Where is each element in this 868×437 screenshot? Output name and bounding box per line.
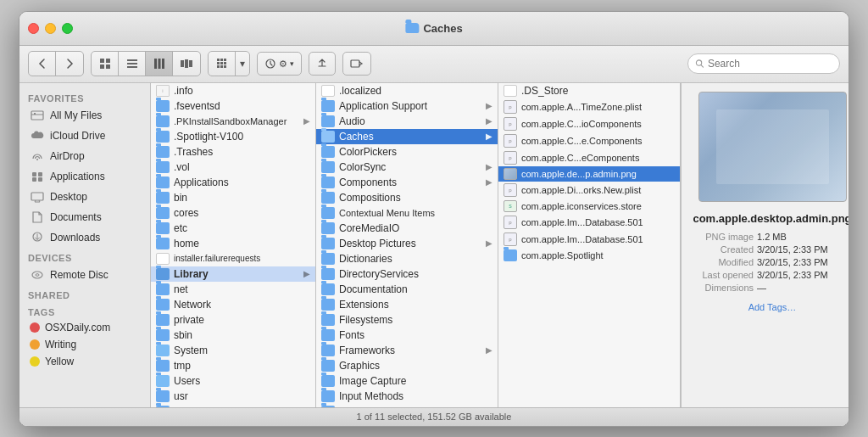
folder-icon	[321, 131, 335, 143]
list-item[interactable]: .Trashes	[151, 144, 315, 160]
window-title-area: Caches	[405, 22, 462, 35]
tag-button[interactable]	[342, 52, 371, 76]
sidebar-item-remote-disc[interactable]: Remote Disc	[23, 265, 147, 285]
maximize-button[interactable]	[62, 23, 73, 34]
list-item[interactable]: sbin	[151, 328, 315, 343]
list-item[interactable]: Input Methods	[316, 389, 498, 404]
svg-rect-21	[224, 65, 226, 68]
list-item[interactable]: p com.apple.C...eComponents	[498, 149, 680, 166]
svg-point-34	[32, 272, 42, 278]
grid-view-button[interactable]	[209, 52, 236, 76]
list-item[interactable]: cores	[151, 205, 315, 221]
list-item[interactable]: p com.apple.Im...Database.501	[498, 231, 680, 248]
devices-label: Devices	[19, 248, 150, 265]
list-item[interactable]: p com.apple.C...ioComponents	[498, 115, 680, 132]
back-button[interactable]	[29, 52, 56, 76]
list-item[interactable]: Graphics	[316, 358, 498, 373]
folder-icon	[156, 100, 170, 112]
folder-icon	[321, 100, 335, 112]
list-item[interactable]: home	[151, 236, 315, 251]
sidebar-item-downloads[interactable]: Downloads	[23, 227, 147, 248]
list-item[interactable]: s com.apple.iconservices.store	[498, 199, 680, 214]
forward-button[interactable]	[56, 52, 83, 76]
list-item[interactable]: Application Support ▶	[316, 98, 498, 114]
list-item-library[interactable]: Library ▶	[151, 266, 315, 282]
sidebar-item-airdrop[interactable]: AirDrop	[23, 146, 147, 166]
list-item[interactable]: Extensions	[316, 297, 498, 312]
dimensions-value: —	[757, 283, 849, 293]
sidebar-item-icloud[interactable]: iCloud Drive	[23, 126, 147, 146]
sidebar-item-tag-osxdaily[interactable]: OSXDaily.com	[23, 319, 147, 336]
share-button[interactable]	[309, 52, 336, 76]
list-item-admin-png[interactable]: com.apple.de...p.admin.png	[498, 166, 680, 182]
created-label: Created	[690, 244, 754, 255]
list-item[interactable]: Fonts	[316, 328, 498, 343]
list-item[interactable]: System	[151, 343, 315, 358]
column-view-button[interactable]	[146, 52, 173, 76]
list-item[interactable]: Frameworks ▶	[316, 343, 498, 358]
list-item[interactable]: Image Capture	[316, 373, 498, 389]
list-item[interactable]: Compositions	[316, 190, 498, 205]
list-item[interactable]: Desktop Pictures ▶	[316, 236, 498, 251]
svg-rect-23	[351, 60, 359, 67]
list-item[interactable]: DirectoryServices	[316, 266, 498, 282]
list-item[interactable]: p com.apple.Di...orks.New.plist	[498, 182, 680, 199]
sidebar-item-desktop[interactable]: Desktop	[23, 187, 147, 207]
list-item[interactable]: Filesystems	[316, 312, 498, 328]
list-item[interactable]: .Spotlight-V100	[151, 129, 315, 144]
list-item[interactable]: ColorSync ▶	[316, 160, 498, 175]
flow-view-button[interactable]	[173, 52, 200, 76]
list-item[interactable]: bin	[151, 190, 315, 205]
folder-icon	[156, 299, 170, 311]
search-input[interactable]	[708, 58, 832, 70]
list-item-caches[interactable]: Caches ▶	[316, 129, 498, 144]
plist-icon: p	[504, 216, 517, 229]
icon-view-button[interactable]	[92, 52, 119, 76]
add-tags-link[interactable]: Add Tags…	[748, 302, 797, 312]
list-item[interactable]: p com.apple.A...TimeZone.plist	[498, 98, 680, 115]
list-item[interactable]: i .info	[151, 83, 315, 98]
svg-rect-1	[106, 59, 110, 63]
list-item[interactable]: p com.apple.C...e.Components	[498, 132, 680, 149]
list-item[interactable]: etc	[151, 221, 315, 236]
list-item[interactable]: tmp	[151, 358, 315, 373]
created-value: 3/20/15, 2:33 PM	[757, 244, 849, 255]
airdrop-icon	[30, 148, 45, 164]
list-view-button[interactable]	[119, 52, 146, 76]
list-item[interactable]: Contextual Menu Items	[316, 205, 498, 221]
list-item[interactable]: ColorPickers	[316, 144, 498, 160]
minimize-button[interactable]	[45, 23, 56, 34]
action-button[interactable]: ⚙ ▾	[257, 52, 302, 76]
list-item[interactable]: net	[151, 282, 315, 297]
list-item[interactable]: .vol	[151, 160, 315, 175]
list-item[interactable]: usr	[151, 389, 315, 404]
sidebar-item-documents[interactable]: Documents	[23, 207, 147, 227]
list-item[interactable]: private	[151, 312, 315, 328]
list-item[interactable]: CoreMediaIO	[316, 221, 498, 236]
list-item[interactable]: .fseventsd	[151, 98, 315, 114]
list-item[interactable]: Users	[151, 373, 315, 389]
list-item[interactable]: com.apple.Spotlight	[498, 248, 680, 263]
sidebar-item-tag-yellow[interactable]: Yellow	[23, 353, 147, 370]
close-button[interactable]	[28, 23, 39, 34]
list-item[interactable]: Components ▶	[316, 175, 498, 190]
columns-area: i .info .fseventsd .PKInstallSandboxMana…	[151, 83, 849, 407]
sidebar-item-applications[interactable]: Applications	[23, 166, 147, 187]
sidebar-item-tag-writing[interactable]: Writing	[23, 336, 147, 353]
modified-row: Modified 3/20/15, 2:33 PM	[690, 257, 849, 267]
list-item[interactable]: .PKInstallSandboxManager ▶	[151, 114, 315, 129]
list-item[interactable]: Dictionaries	[316, 251, 498, 266]
svg-rect-20	[220, 65, 223, 68]
list-item[interactable]: Network	[151, 297, 315, 312]
list-item[interactable]: .localized	[316, 83, 498, 98]
list-item[interactable]: .DS_Store	[498, 83, 680, 98]
list-item[interactable]: Documentation	[316, 282, 498, 297]
list-item[interactable]: p com.apple.Im...Database.501	[498, 214, 680, 231]
grid-chevron[interactable]: ▾	[236, 52, 249, 76]
sidebar-item-all-my-files[interactable]: All My Files	[23, 105, 147, 126]
search-box[interactable]	[687, 53, 840, 74]
nav-buttons	[28, 51, 84, 76]
list-item[interactable]: Applications	[151, 175, 315, 190]
list-item[interactable]: installer.failurerequests	[151, 251, 315, 266]
list-item[interactable]: Audio ▶	[316, 114, 498, 129]
